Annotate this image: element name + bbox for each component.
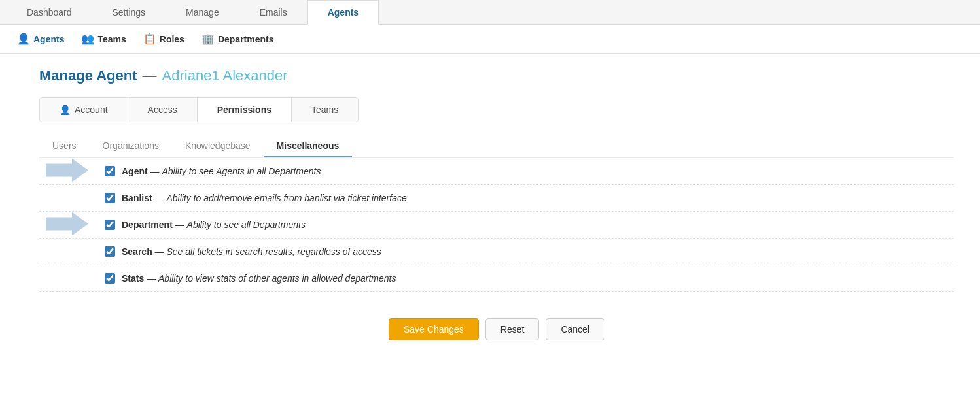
arrow-agent (46, 159, 88, 184)
top-nav: DashboardSettingsManageEmailsAgents (0, 0, 980, 25)
sub-nav: 👤Agents👥Teams📋Roles🏢Departments (0, 25, 980, 54)
agent-name: Adriane1 Alexander (162, 67, 288, 84)
permissions-list: Agent — Ability to see Agents in all Dep… (39, 157, 954, 292)
permission-item: Banlist — Ability to add/remove emails f… (39, 185, 954, 212)
subsection-tabs: UsersOrganizationsKnowledgebaseMiscellan… (39, 135, 954, 157)
sub-nav-item-teams[interactable]: 👥Teams (75, 30, 132, 48)
teams-icon: 👥 (81, 33, 94, 45)
subsection-tab-miscellaneous[interactable]: Miscellaneous (264, 135, 353, 157)
subsection-tab-knowledgebase[interactable]: Knowledgebase (172, 135, 264, 157)
agents-icon: 👤 (17, 33, 30, 45)
save-changes-button[interactable]: Save Changes (389, 318, 479, 340)
checkbox-agent[interactable] (105, 166, 115, 176)
account-tab-label: Account (75, 105, 108, 115)
actions-row: Save ChangesResetCancel (39, 318, 954, 354)
access-tab-label: Access (148, 105, 177, 115)
top-nav-tab-agents[interactable]: Agents (307, 0, 379, 25)
subsection-tab-organizations[interactable]: Organizations (90, 135, 172, 157)
sub-nav-label-agents: Agents (33, 34, 64, 44)
arrow-icon (46, 212, 88, 236)
section-tabs: 👤AccountAccessPermissionsTeams (39, 97, 359, 122)
teams-tab-label: Teams (311, 105, 338, 115)
svg-marker-0 (46, 159, 88, 182)
page-content: Manage Agent—Adriane1 Alexander👤AccountA… (0, 54, 980, 367)
page-title: Manage Agent—Adriane1 Alexander (39, 67, 954, 84)
arrow-icon (46, 159, 88, 182)
permission-item: Department — Ability to see all Departme… (39, 212, 954, 239)
permissions-wrapper: Agent — Ability to see Agents in all Dep… (39, 157, 954, 292)
permission-label-stats: Stats — Ability to view stats of other a… (122, 273, 396, 284)
sub-nav-label-roles: Roles (160, 34, 184, 44)
section-tab-access[interactable]: Access (128, 98, 198, 122)
section-tab-account[interactable]: 👤Account (40, 98, 128, 122)
svg-marker-1 (46, 212, 88, 236)
permission-label-search: Search — See all tickets in search resul… (122, 246, 381, 257)
checkbox-search[interactable] (105, 246, 115, 257)
permission-label-agent: Agent — Ability to see Agents in all Dep… (122, 166, 321, 176)
manage-agent-label: Manage Agent (39, 67, 137, 84)
sub-nav-label-teams: Teams (97, 34, 126, 44)
account-tab-icon: 👤 (60, 105, 71, 115)
departments-icon: 🏢 (201, 33, 215, 45)
top-nav-tab-manage[interactable]: Manage (166, 0, 239, 25)
sub-nav-label-departments: Departments (218, 34, 274, 44)
reset-button[interactable]: Reset (485, 318, 540, 340)
permission-item: Stats — Ability to view stats of other a… (39, 265, 954, 292)
sub-nav-item-agents[interactable]: 👤Agents (10, 30, 71, 48)
sub-nav-item-departments[interactable]: 🏢Departments (195, 30, 281, 48)
checkbox-banlist[interactable] (105, 193, 115, 203)
checkbox-stats[interactable] (105, 273, 115, 284)
roles-icon: 📋 (143, 33, 156, 45)
permission-item: Agent — Ability to see Agents in all Dep… (39, 158, 954, 185)
title-dash: — (143, 67, 157, 84)
top-nav-tab-emails[interactable]: Emails (239, 0, 307, 25)
arrow-department (46, 212, 88, 238)
permissions-tab-label: Permissions (217, 105, 271, 115)
section-tab-permissions[interactable]: Permissions (198, 98, 292, 122)
top-nav-tab-settings[interactable]: Settings (92, 0, 166, 25)
cancel-button[interactable]: Cancel (546, 318, 604, 340)
permission-item: Search — See all tickets in search resul… (39, 239, 954, 265)
permission-label-banlist: Banlist — Ability to add/remove emails f… (122, 193, 407, 203)
checkbox-department[interactable] (105, 220, 115, 230)
permission-label-department: Department — Ability to see all Departme… (122, 220, 306, 230)
sub-nav-item-roles[interactable]: 📋Roles (137, 30, 191, 48)
top-nav-tab-dashboard[interactable]: Dashboard (7, 0, 92, 25)
section-tab-teams[interactable]: Teams (292, 98, 358, 122)
subsection-tab-users[interactable]: Users (39, 135, 90, 157)
